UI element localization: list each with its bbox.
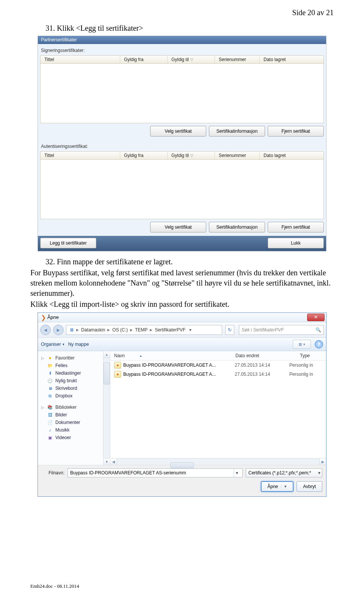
organise-menu[interactable]: Organiser ▾ bbox=[41, 342, 64, 347]
filetype-selector[interactable]: Certificates (*.p12;*.pfx;*.pem;* ▾ bbox=[246, 468, 322, 477]
partner-cert-window: Partnersertifikater Signeringssertifikat… bbox=[38, 36, 326, 251]
page-footer: Emh24.doc - 08.11.2014 bbox=[30, 583, 79, 589]
nav-musikk[interactable]: Musikk bbox=[55, 427, 69, 433]
filename-label: Filnavn: bbox=[42, 470, 64, 476]
add-certificates-button[interactable]: Legg til sertifikater bbox=[40, 238, 96, 248]
download-icon: ⬇ bbox=[47, 370, 53, 376]
sort-asc-icon: ▴ bbox=[140, 354, 142, 358]
computer-icon: 🖥 bbox=[68, 327, 75, 333]
remove-cert-button[interactable]: Fjern sertifikat bbox=[268, 222, 324, 232]
close-icon[interactable]: ✕ bbox=[307, 314, 325, 321]
cert-info-button[interactable]: Sertifikatinformasjon bbox=[209, 222, 265, 232]
cancel-button[interactable]: Avbryt bbox=[297, 481, 322, 492]
nav-bilder[interactable]: Bilder bbox=[55, 412, 67, 418]
view-mode-selector[interactable]: ≣ ▾ bbox=[293, 340, 311, 349]
remove-cert-button[interactable]: Fjern sertifikat bbox=[268, 126, 324, 137]
col-serienummer[interactable]: Serienummer bbox=[215, 56, 260, 63]
nav-back-button[interactable]: ◄ bbox=[40, 325, 51, 335]
nav-dropbox[interactable]: Dropbox bbox=[55, 393, 72, 399]
auth-label: Autentiseringssertifikat: bbox=[38, 140, 326, 151]
videos-icon: ▣ bbox=[47, 435, 53, 441]
close-button[interactable]: Lukk bbox=[268, 238, 324, 248]
auth-columns[interactable]: Tittel Gyldig fra Gyldig til▽ Serienumme… bbox=[40, 151, 324, 160]
sort-indicator-icon: ▽ bbox=[190, 58, 193, 62]
file-columns[interactable]: Navn▴ Dato endret Type bbox=[110, 351, 326, 361]
nav-dokumenter[interactable]: Dokumenter bbox=[55, 420, 80, 425]
page-number: Side 20 av 21 bbox=[30, 8, 334, 17]
nav-videoer[interactable]: Videoer bbox=[55, 435, 71, 440]
folder-icon: 📁 bbox=[47, 363, 53, 369]
step-32-title: 32. Finn mappe der sertifikatene er lagr… bbox=[46, 257, 334, 267]
step-32-line2: Klikk <Legg til import-liste> og skriv i… bbox=[30, 299, 334, 309]
auth-list[interactable] bbox=[40, 160, 324, 219]
chevron-down-icon[interactable]: ▾ bbox=[187, 327, 194, 333]
dialog-title: Åpne bbox=[47, 314, 59, 320]
nav-favoritter[interactable]: Favoritter bbox=[55, 355, 75, 361]
refresh-button[interactable]: ↻ bbox=[225, 325, 234, 335]
col-dato-lagret[interactable]: Dato lagret bbox=[260, 152, 323, 159]
chevron-down-icon[interactable]: ▾ bbox=[234, 469, 240, 477]
sort-indicator-icon: ▽ bbox=[190, 154, 193, 158]
horizontal-scrollbar[interactable]: ◄ ► bbox=[110, 458, 326, 465]
nav-felles[interactable]: Felles bbox=[55, 363, 67, 368]
col-serienummer[interactable]: Serienummer bbox=[215, 152, 260, 159]
dropbox-icon: ⧉ bbox=[47, 393, 53, 399]
open-dialog-icon: ❯ bbox=[41, 314, 46, 321]
col-tittel[interactable]: Tittel bbox=[41, 56, 120, 63]
select-cert-button[interactable]: Velg sertifikat bbox=[150, 222, 206, 232]
filename-input[interactable]: Buypass ID-PROGRAMVAREFORLAGET AS-serien… bbox=[67, 468, 243, 477]
recent-icon: 🕘 bbox=[47, 378, 53, 384]
certificate-icon bbox=[114, 362, 121, 369]
library-icon: 📚 bbox=[47, 404, 53, 410]
help-icon[interactable]: ? bbox=[315, 340, 323, 348]
signing-columns[interactable]: Tittel Gyldig fra Gyldig til▽ Serienumme… bbox=[40, 55, 324, 64]
col-dato-lagret[interactable]: Dato lagret bbox=[260, 56, 323, 63]
signing-list[interactable] bbox=[40, 64, 324, 123]
open-button[interactable]: Åpne▼ bbox=[261, 481, 293, 492]
breadcrumb[interactable]: 🖥▶ Datamaskin▶ OS (C:)▶ TEMP▶ Sertifikat… bbox=[66, 325, 222, 335]
certificate-icon bbox=[114, 371, 121, 378]
cert-info-button[interactable]: Sertifikatinformasjon bbox=[209, 126, 265, 137]
navigation-pane: ▲ ▼ ▷★Favoritter 📁Felles ⬇Nedlastinger 🕘… bbox=[38, 351, 110, 465]
col-tittel[interactable]: Tittel bbox=[41, 152, 120, 159]
window-title: Partnersertifikater bbox=[38, 36, 326, 44]
file-row[interactable]: Buypass ID-PROGRAMVAREFORLAGET A... 27.0… bbox=[110, 370, 326, 379]
desktop-icon: 🖥 bbox=[47, 385, 53, 391]
nav-biblioteker[interactable]: Biblioteker bbox=[55, 405, 77, 410]
nav-nedlastinger[interactable]: Nedlastinger bbox=[55, 370, 81, 376]
chevron-down-icon: ▾ bbox=[318, 470, 320, 476]
step-31: 31. Klikk <Legg til sertifikater> bbox=[46, 24, 334, 33]
signing-label: Signeringssertifikater: bbox=[38, 44, 326, 55]
open-file-dialog: ❯ Åpne ✕ ◄ ► 🖥▶ Datamaskin▶ OS (C:)▶ TEM… bbox=[38, 312, 326, 497]
nav-nylig-brukt[interactable]: Nylig brukt bbox=[55, 378, 77, 383]
file-row[interactable]: Buypass ID-PROGRAMVAREFORLAGET A... 27.0… bbox=[110, 361, 326, 370]
file-list-pane: Navn▴ Dato endret Type Buypass ID-PROGRA… bbox=[110, 351, 326, 465]
search-icon: 🔍 bbox=[315, 327, 321, 333]
nav-forward-button[interactable]: ► bbox=[53, 325, 64, 335]
col-gyldig-fra[interactable]: Gyldig fra bbox=[120, 152, 168, 159]
documents-icon: 📄 bbox=[47, 419, 53, 425]
step-32-line1: For Buypass sertifikat, velg først serti… bbox=[30, 268, 334, 298]
col-gyldig-fra[interactable]: Gyldig fra bbox=[120, 56, 168, 63]
music-icon: ♪ bbox=[47, 427, 53, 433]
col-gyldig-til[interactable]: Gyldig til▽ bbox=[168, 152, 215, 159]
star-icon: ★ bbox=[47, 355, 53, 361]
search-input[interactable]: Søk i SertifikaterPVF 🔍 bbox=[239, 325, 324, 335]
col-gyldig-til[interactable]: Gyldig til▽ bbox=[168, 56, 215, 63]
select-cert-button[interactable]: Velg sertifikat bbox=[150, 126, 206, 137]
pictures-icon: 🖼 bbox=[47, 412, 53, 418]
nav-skrivebord[interactable]: Skrivebord bbox=[55, 386, 77, 391]
nav-scrollbar[interactable]: ▲ ▼ bbox=[103, 351, 110, 465]
new-folder-button[interactable]: Ny mappe bbox=[68, 342, 89, 347]
